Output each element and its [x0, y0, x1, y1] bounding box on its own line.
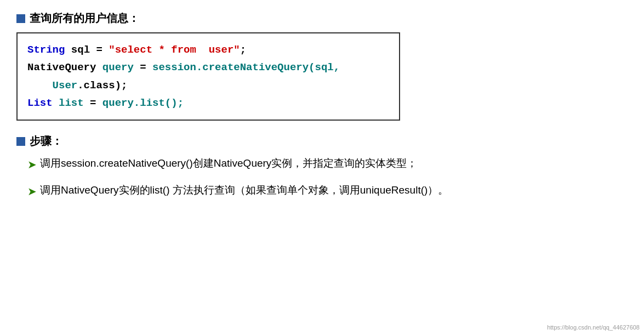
step1-arrow: ➤ [27, 156, 37, 173]
step1-text: 调用session.createNativeQuery()创建NativeQue… [40, 155, 628, 172]
section1-title: 查询所有的用户信息： [30, 11, 139, 26]
step2-text: 调用NativeQuery实例的list() 方法执行查询（如果查询单个对象，调… [40, 182, 628, 198]
section1-marker [16, 14, 25, 23]
step-item-1: ➤ 调用session.createNativeQuery()创建NativeQ… [16, 155, 628, 173]
section1-header: 查询所有的用户信息： [16, 11, 628, 26]
kw-query: query [96, 61, 133, 73]
section2-title: 步骤： [30, 134, 62, 149]
code-line-1: String sql = "select * from user"; [27, 41, 389, 59]
kw-string-1: String [27, 44, 65, 56]
watermark: https://blog.csdn.net/qq_44627608 [547, 324, 640, 331]
code-line-3: User.class); [27, 77, 389, 94]
section2-marker [16, 137, 25, 146]
string-literal-1: "select * from user" [109, 44, 240, 56]
step-item-2: ➤ 调用NativeQuery实例的list() 方法执行查询（如果查询单个对象… [16, 182, 628, 200]
code-block: String sql = "select * from user"; Nativ… [16, 32, 400, 121]
code-line-2: NativeQuery query = session.createNative… [27, 59, 389, 76]
section2-header: 步骤： [16, 134, 628, 149]
code-line-4: List list = query.list(); [27, 94, 389, 112]
step2-arrow: ➤ [27, 183, 37, 200]
